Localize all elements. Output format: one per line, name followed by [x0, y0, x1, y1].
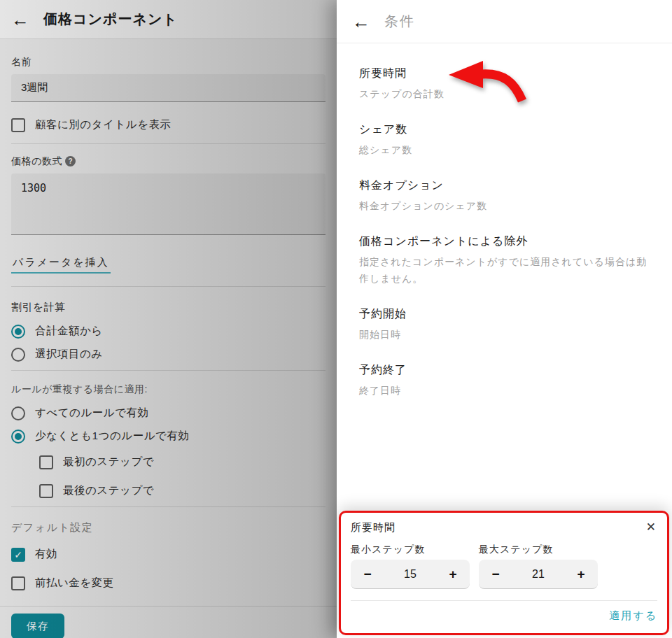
check-icon: ✓: [42, 486, 50, 496]
condition-item-exclusion[interactable]: 価格コンポーネントによる除外 指定されたコンポーネントがすでに適用されている場合…: [359, 234, 650, 287]
radio-all-rules-label: すべてのルールで有効: [35, 406, 149, 420]
radio-row-all-rules[interactable]: すべてのルールで有効: [11, 406, 326, 420]
min-decrement-button[interactable]: −: [351, 567, 384, 582]
left-content: 名前 ✓ 顧客に別のタイトルを表示 価格の数式 ? 1300 パラメータを挿入 …: [0, 39, 337, 606]
radio-total-amount[interactable]: [11, 325, 25, 339]
radio-at-least-one-rule[interactable]: [11, 430, 25, 444]
defaults-section: デフォルト設定 ✓ 有効 ✓ 前払い金を変更: [11, 507, 326, 606]
min-steps-value[interactable]: 15: [384, 568, 436, 581]
name-section: 名前 ✓ 顧客に別のタイトルを表示: [11, 39, 326, 144]
overlap-section: ルールが重複する場合に適用: すべてのルールで有効 少なくとも1つのルールで有効…: [11, 371, 326, 507]
check-icon: ✓: [14, 120, 22, 130]
min-steps-stepper: − 15 +: [351, 560, 470, 589]
condition-subtitle: 開始日時: [359, 326, 650, 343]
condition-title: 料金オプション: [359, 178, 650, 193]
radio-selected-items-label: 選択項目のみ: [35, 347, 103, 362]
check-icon: ✓: [14, 550, 22, 560]
drawer-back-icon[interactable]: ←: [352, 13, 370, 31]
radio-all-rules[interactable]: [11, 406, 25, 420]
alt-title-checkbox-row[interactable]: ✓ 顧客に別のタイトルを表示: [11, 118, 326, 132]
first-step-label: 最初のステップで: [63, 455, 154, 469]
insert-parameter-link[interactable]: パラメータを挿入: [11, 256, 111, 274]
drawer-header: ← 条件: [337, 0, 672, 43]
min-steps-group: 最小ステップ数 − 15 +: [351, 543, 470, 589]
screen: ← 価格コンポーネント 名前 ✓ 顧客に別のタイトルを表示 価格の数式 ? 13…: [0, 0, 672, 638]
condition-subtitle: ステップの合計数: [359, 85, 650, 102]
discount-section-label: 割引を計算: [11, 301, 326, 314]
discount-section: 割引を計算 合計金額から 選択項目のみ: [11, 287, 326, 371]
radio-row-selected-items[interactable]: 選択項目のみ: [11, 347, 326, 362]
formula-label: 価格の数式 ?: [11, 155, 326, 168]
condition-title: 価格コンポーネントによる除外: [359, 234, 650, 249]
check-icon: ✓: [14, 579, 22, 588]
checkbox-row-first-step[interactable]: ✓ 最初のステップで: [39, 455, 326, 469]
enabled-checkbox[interactable]: ✓: [11, 548, 25, 562]
min-steps-label: 最小ステップ数: [351, 543, 470, 555]
condition-title: 予約終了: [359, 362, 650, 378]
condition-item-rate-option[interactable]: 料金オプション 料金オプションのシェア数: [359, 178, 650, 214]
check-icon: ✓: [42, 458, 50, 467]
checkbox-row-change-prepayment[interactable]: ✓ 前払い金を変更: [11, 576, 326, 590]
radio-at-least-one-rule-label: 少なくとも1つのルールで有効: [35, 429, 189, 444]
condition-subtitle: 総シェア数: [359, 141, 650, 158]
apply-button[interactable]: 適用する: [609, 609, 657, 621]
max-steps-value[interactable]: 21: [512, 568, 564, 581]
condition-subtitle: 終了日時: [359, 382, 650, 399]
formula-input[interactable]: 1300: [11, 173, 326, 235]
conditions-list: 所要時間 ステップの合計数 シェア数 総シェア数 料金オプション 料金オプション…: [337, 43, 672, 399]
help-icon[interactable]: ?: [65, 156, 76, 166]
modal-title: 所要時間: [351, 521, 396, 534]
save-button[interactable]: 保存: [11, 614, 64, 638]
condition-item-duration[interactable]: 所要時間 ステップの合計数: [359, 66, 650, 102]
checkbox-row-enabled[interactable]: ✓ 有効: [11, 547, 326, 562]
condition-subtitle: 料金オプションのシェア数: [359, 197, 650, 214]
condition-title: 所要時間: [359, 66, 650, 81]
radio-row-total-amount[interactable]: 合計金額から: [11, 324, 326, 339]
condition-subtitle: 指定されたコンポーネントがすでに適用されている場合は動作しません。: [359, 253, 650, 287]
name-input[interactable]: [11, 74, 326, 102]
left-header: ← 価格コンポーネント: [0, 0, 337, 39]
first-step-checkbox[interactable]: ✓: [39, 455, 53, 469]
last-step-checkbox[interactable]: ✓: [39, 484, 53, 498]
modal-title-row: 所要時間 ✕: [351, 521, 657, 534]
left-footer: 保存: [0, 606, 337, 638]
condition-item-booking-start[interactable]: 予約開始 開始日時: [359, 306, 650, 343]
name-label: 名前: [11, 56, 326, 69]
condition-title: シェア数: [359, 122, 650, 137]
radio-total-amount-label: 合計金額から: [35, 324, 103, 339]
max-steps-group: 最大ステップ数 − 21 +: [479, 543, 598, 589]
price-component-page: ← 価格コンポーネント 名前 ✓ 顧客に別のタイトルを表示 価格の数式 ? 13…: [0, 0, 337, 638]
max-increment-button[interactable]: +: [564, 567, 598, 582]
alt-title-label: 顧客に別のタイトルを表示: [35, 118, 172, 132]
change-prepayment-label: 前払い金を変更: [35, 576, 114, 590]
min-increment-button[interactable]: +: [436, 567, 470, 582]
duration-modal: 所要時間 ✕ 最小ステップ数 − 15 + 最大ステップ数 − 21 +: [339, 511, 669, 635]
max-steps-stepper: − 21 +: [479, 560, 598, 589]
checkbox-row-last-step[interactable]: ✓ 最後のステップで: [39, 483, 326, 498]
overlap-section-label: ルールが重複する場合に適用:: [11, 383, 326, 396]
page-title: 価格コンポーネント: [43, 10, 178, 29]
back-icon[interactable]: ←: [11, 10, 29, 29]
radio-selected-items[interactable]: [11, 348, 25, 362]
close-icon[interactable]: ✕: [645, 521, 657, 533]
condition-item-booking-end[interactable]: 予約終了 終了日時: [359, 362, 650, 399]
stepper-columns: 最小ステップ数 − 15 + 最大ステップ数 − 21 +: [351, 543, 657, 589]
drawer-title: 条件: [384, 12, 415, 31]
radio-row-at-least-one-rule[interactable]: 少なくとも1つのルールで有効: [11, 429, 326, 444]
max-decrement-button[interactable]: −: [479, 567, 512, 582]
modal-footer: 適用する: [351, 600, 657, 623]
alt-title-checkbox[interactable]: ✓: [11, 118, 25, 132]
max-steps-label: 最大ステップ数: [479, 543, 598, 555]
defaults-section-label: デフォルト設定: [11, 521, 326, 534]
condition-item-shares[interactable]: シェア数 総シェア数: [359, 122, 650, 158]
last-step-label: 最後のステップで: [63, 483, 154, 498]
enabled-label: 有効: [35, 547, 57, 562]
change-prepayment-checkbox[interactable]: ✓: [11, 576, 25, 590]
condition-title: 予約開始: [359, 306, 650, 322]
formula-section: 価格の数式 ? 1300 パラメータを挿入: [11, 144, 326, 287]
